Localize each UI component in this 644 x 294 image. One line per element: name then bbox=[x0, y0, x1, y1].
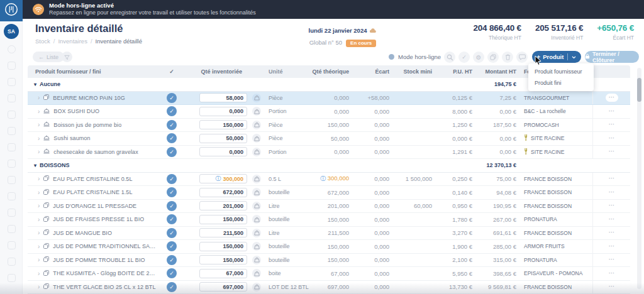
dropdown-item[interactable]: Produit fini bbox=[528, 77, 594, 89]
breadcrumb-segment[interactable]: Inventaires bbox=[58, 38, 87, 45]
scale-button[interactable] bbox=[252, 229, 261, 237]
group-row[interactable]: ▾BOISSONS12 370,13 € bbox=[28, 159, 630, 173]
settings-icon[interactable] bbox=[8, 192, 16, 200]
row-menu-button[interactable]: ⋯ bbox=[606, 175, 618, 183]
qty-input[interactable]: 211,500 bbox=[199, 228, 247, 237]
chevron-right-icon[interactable]: › bbox=[38, 216, 40, 223]
scale-button[interactable] bbox=[252, 202, 261, 210]
qty-input[interactable]: 58,000 bbox=[199, 93, 247, 102]
info-icon[interactable]: ⓘ bbox=[320, 175, 328, 182]
row-menu-button[interactable]: ⋯ bbox=[606, 242, 618, 251]
qty-input[interactable]: 50,000 bbox=[199, 134, 247, 143]
documents-icon[interactable] bbox=[8, 94, 16, 102]
chevron-down-icon[interactable]: ▾ bbox=[34, 163, 36, 168]
table-row[interactable]: ›BEURRE MICRO PAIN 10G✓58,000Pièce0,000+… bbox=[28, 92, 630, 106]
table-row[interactable]: ›JUS DE MANGUE BIO✓211,500Litre211,5000,… bbox=[28, 227, 630, 241]
checked-toggle[interactable]: ✓ bbox=[167, 187, 177, 197]
checked-toggle[interactable]: ✓ bbox=[167, 241, 177, 251]
checked-toggle[interactable]: ✓ bbox=[167, 268, 177, 278]
clipboard-icon[interactable] bbox=[8, 241, 16, 249]
row-menu-button[interactable]: ⋯ bbox=[606, 215, 618, 224]
chevron-right-icon[interactable]: › bbox=[38, 108, 40, 115]
row-menu-button[interactable]: ⋯ bbox=[606, 202, 618, 210]
checked-toggle[interactable]: ✓ bbox=[167, 106, 177, 116]
scale-button[interactable] bbox=[252, 175, 261, 183]
checked-toggle[interactable]: ✓ bbox=[167, 174, 177, 184]
scale-button[interactable] bbox=[252, 269, 261, 278]
chevron-right-icon[interactable]: › bbox=[38, 189, 40, 196]
table-row[interactable]: ›Sushi saumon✓50,000Pièce50,0000,0000,00… bbox=[28, 132, 630, 146]
finish-close-button[interactable]: Terminer / Clôturer bbox=[585, 51, 639, 63]
user-avatar[interactable]: SA bbox=[4, 24, 19, 39]
row-menu-button[interactable]: ⋯ bbox=[606, 283, 618, 291]
scale-button[interactable] bbox=[252, 215, 261, 224]
chevron-right-icon[interactable]: › bbox=[38, 121, 40, 128]
chevron-right-icon[interactable]: › bbox=[38, 202, 40, 209]
scale-button[interactable] bbox=[252, 283, 261, 291]
scale-button[interactable] bbox=[252, 242, 261, 251]
handshake-icon[interactable] bbox=[8, 143, 16, 151]
add-product-button[interactable]: + Produit bbox=[532, 51, 581, 63]
scale-button[interactable] bbox=[252, 94, 261, 102]
row-menu-button[interactable]: ⋯ bbox=[606, 256, 618, 264]
offline-mode-toggle[interactable]: Mode hors-ligne ⓘ bbox=[389, 53, 450, 61]
row-menu-button[interactable]: ⋯ bbox=[606, 188, 618, 197]
search-icon[interactable] bbox=[8, 45, 16, 53]
scale-button[interactable] bbox=[252, 188, 261, 197]
dropdown-item[interactable]: Produit fournisseur bbox=[528, 66, 594, 77]
table-row[interactable]: ›Boisson jus de pomme bio✓150,000Pièce15… bbox=[28, 119, 630, 133]
vertical-scrollbar-thumb[interactable] bbox=[637, 78, 641, 102]
checked-toggle[interactable]: ✓ bbox=[167, 214, 177, 224]
table-row[interactable]: ›BOX SUSHI DUO✓0,000Portion0,0000,0008,0… bbox=[28, 105, 630, 119]
scale-button[interactable] bbox=[252, 256, 261, 264]
table-row[interactable]: ›JUS D'ORANGE 1L PRESSADE✓201,000Litre20… bbox=[28, 200, 630, 214]
checked-toggle[interactable]: ✓ bbox=[167, 282, 177, 292]
qty-input[interactable]: 697,000 bbox=[199, 282, 247, 291]
info-icon[interactable]: ⓘ bbox=[215, 175, 221, 183]
checked-toggle[interactable]: ✓ bbox=[167, 133, 177, 143]
breadcrumb-segment[interactable]: Stock bbox=[35, 38, 50, 45]
orders-icon[interactable] bbox=[8, 78, 16, 86]
chevron-right-icon[interactable]: › bbox=[38, 270, 40, 277]
scale-button[interactable] bbox=[252, 107, 261, 116]
table-row[interactable]: ›cheesecake de saumon gravelax✓0,000Port… bbox=[28, 146, 630, 160]
row-menu-button[interactable]: ⋯ bbox=[606, 121, 618, 129]
checked-toggle[interactable]: ✓ bbox=[167, 255, 177, 265]
delete-button[interactable] bbox=[502, 52, 513, 63]
qty-input[interactable]: 672,000 bbox=[199, 188, 247, 197]
chevron-right-icon[interactable]: › bbox=[38, 256, 40, 263]
table-row[interactable]: ›JUS DE FRAISES PRESSE 1L BIO✓150,000bou… bbox=[28, 213, 630, 227]
filter-button[interactable] bbox=[62, 52, 72, 62]
cart-icon[interactable] bbox=[8, 274, 16, 282]
chevron-down-icon[interactable] bbox=[572, 53, 576, 60]
qty-input[interactable]: 0,000 bbox=[199, 147, 247, 156]
qty-input[interactable]: 67,000 bbox=[199, 269, 247, 278]
delivery-icon[interactable] bbox=[8, 127, 16, 135]
row-menu-button[interactable]: ⋯ bbox=[606, 94, 618, 102]
chat-icon[interactable] bbox=[8, 62, 16, 70]
bell-icon[interactable] bbox=[8, 258, 16, 266]
chef-hat-icon[interactable] bbox=[8, 176, 16, 184]
row-menu-button[interactable]: ⋯ bbox=[606, 107, 618, 116]
qty-input[interactable]: 150,000 bbox=[199, 255, 247, 264]
validate-button[interactable]: ✓ bbox=[458, 52, 470, 63]
checked-toggle[interactable]: ✓ bbox=[167, 201, 177, 211]
qty-input[interactable]: ⓘ300,000 bbox=[199, 174, 247, 183]
qty-input[interactable]: 201,000 bbox=[199, 201, 247, 210]
scale-button[interactable] bbox=[252, 134, 261, 143]
app-logo[interactable] bbox=[0, 0, 23, 21]
search-button[interactable] bbox=[444, 52, 455, 63]
clock-icon[interactable] bbox=[8, 209, 16, 217]
qty-input[interactable]: 150,000 bbox=[199, 242, 247, 251]
row-menu-button[interactable]: ⋯ bbox=[606, 134, 618, 143]
chevron-right-icon[interactable]: › bbox=[38, 135, 40, 142]
checked-toggle[interactable]: ✓ bbox=[167, 228, 177, 238]
table-row[interactable]: ›JUS DE POMME TROUBLE 1L BIO✓150,000bout… bbox=[28, 254, 630, 268]
row-menu-button[interactable]: ⋯ bbox=[606, 270, 618, 278]
gift-icon[interactable] bbox=[8, 225, 16, 233]
duplicate-button[interactable] bbox=[487, 52, 499, 63]
table-row[interactable]: ›THE KUSMITEA - Glögg BOITE DE 20 SACHET… bbox=[28, 267, 630, 281]
qty-input[interactable]: 0,000 bbox=[199, 107, 247, 116]
scale-button[interactable] bbox=[252, 121, 261, 129]
qty-input[interactable]: 150,000 bbox=[199, 120, 247, 129]
